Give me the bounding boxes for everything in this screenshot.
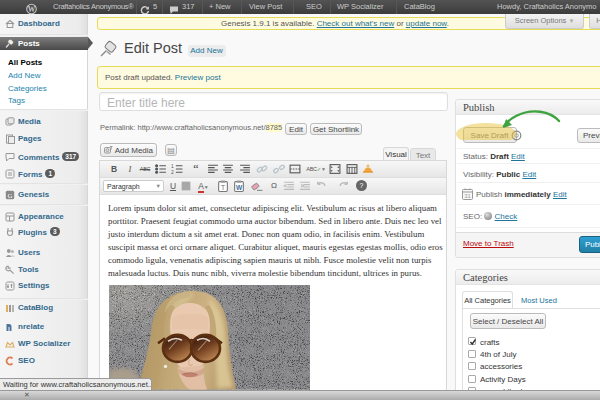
svg-text:T: T — [221, 184, 225, 191]
svg-text:1: 1 — [171, 164, 174, 169]
svg-text:31: 31 — [464, 193, 471, 199]
svg-text:G: G — [7, 192, 12, 200]
svg-text:2: 2 — [171, 170, 174, 175]
svg-text:W: W — [28, 4, 36, 13]
svg-text:W: W — [236, 184, 243, 191]
